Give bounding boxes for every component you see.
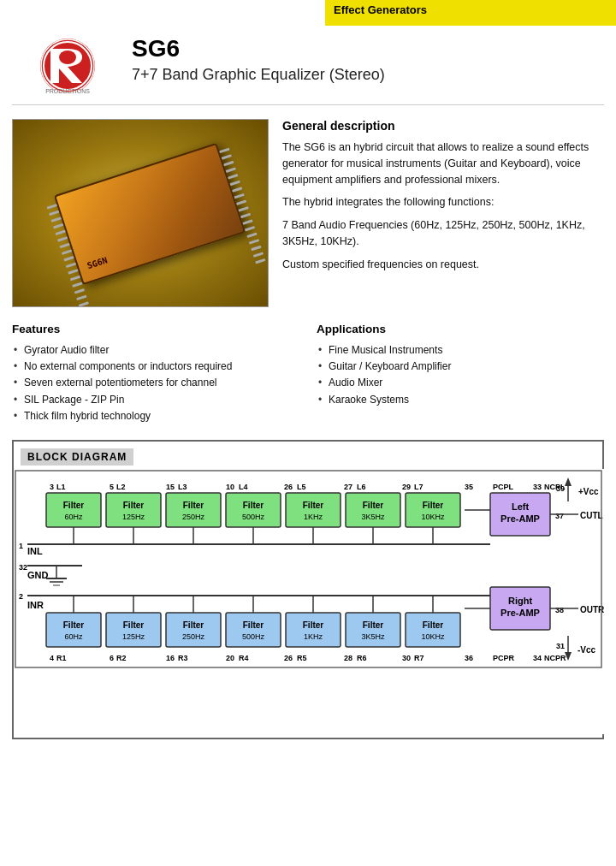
app-item: Fine Musical Instruments <box>317 342 604 359</box>
svg-text:Filter: Filter <box>123 620 145 630</box>
main-content: SG6N General description The SG6 is an h… <box>0 110 616 316</box>
svg-text:10: 10 <box>226 483 234 491</box>
svg-text:3K5Hz: 3K5Hz <box>361 513 385 521</box>
svg-text:L5: L5 <box>297 483 306 491</box>
features-col: Features Gyrator Audio filter No externa… <box>12 323 299 424</box>
svg-text:L4: L4 <box>239 483 248 491</box>
svg-text:L7: L7 <box>414 483 424 491</box>
feature-item: Thick film hybrid technology <box>12 408 299 424</box>
applications-title: Applications <box>317 323 604 335</box>
svg-text:Filter: Filter <box>63 501 85 510</box>
page: Effect Generators PRODUCTIONS SG6 7+7 Ba… <box>0 0 616 866</box>
svg-text:+Vcc: +Vcc <box>578 487 599 496</box>
svg-rect-39 <box>346 493 400 527</box>
svg-rect-94 <box>46 613 101 647</box>
svg-rect-97 <box>106 613 161 647</box>
svg-text:5: 5 <box>110 483 114 491</box>
svg-text:Filter: Filter <box>63 620 85 630</box>
svg-text:39: 39 <box>556 484 565 493</box>
svg-rect-100 <box>166 613 221 647</box>
svg-point-2 <box>59 50 76 64</box>
svg-text:125Hz: 125Hz <box>122 513 145 521</box>
svg-text:R4: R4 <box>239 654 249 662</box>
svg-text:20: 20 <box>226 654 234 662</box>
product-name: SG6 <box>132 36 604 62</box>
svg-text:4: 4 <box>50 654 54 662</box>
app-item: Audio Mixer <box>317 375 604 391</box>
svg-text:30: 30 <box>402 654 411 662</box>
svg-text:3: 3 <box>50 483 54 491</box>
chip-img-inner: SG6N <box>13 120 268 306</box>
desc-para-2: The hybrid integrates the following func… <box>282 194 604 211</box>
product-subtitle: 7+7 Band Graphic Equalizer (Stereo) <box>132 66 604 84</box>
svg-rect-106 <box>286 613 341 647</box>
svg-text:Filter: Filter <box>303 620 324 630</box>
features-title: Features <box>12 323 299 335</box>
block-diagram-svg: 3 L1 5 L2 15 L3 10 L4 26 L5 27 L6 29 L7 … <box>14 469 604 734</box>
svg-text:Filter: Filter <box>123 501 145 510</box>
svg-text:L1: L1 <box>56 483 66 491</box>
svg-text:PCPR: PCPR <box>493 654 515 662</box>
desc-para-1: The SG6 is an hybrid circuit that allows… <box>282 139 604 187</box>
svg-text:26: 26 <box>284 654 293 662</box>
svg-text:35: 35 <box>465 483 473 491</box>
svg-text:3K5Hz: 3K5Hz <box>361 632 385 641</box>
svg-rect-33 <box>226 493 281 527</box>
svg-text:33: 33 <box>533 483 542 491</box>
category-label: Effect Generators <box>334 3 427 16</box>
desc-para-4: Custom specified frequencies on request. <box>282 257 604 273</box>
svg-rect-24 <box>46 493 101 527</box>
svg-text:15: 15 <box>166 483 175 491</box>
svg-text:Pre-AMP: Pre-AMP <box>500 608 540 618</box>
divider <box>12 104 604 105</box>
svg-rect-27 <box>106 493 161 527</box>
svg-text:PCPL: PCPL <box>493 483 514 491</box>
svg-text:27: 27 <box>344 483 352 491</box>
app-item: Guitar / Keyboard Amplifier <box>317 359 604 375</box>
svg-text:Filter: Filter <box>243 501 264 510</box>
svg-text:28: 28 <box>344 654 352 662</box>
svg-text:125Hz: 125Hz <box>122 632 145 641</box>
svg-text:Filter: Filter <box>363 501 384 510</box>
svg-text:36: 36 <box>465 654 473 662</box>
app-item: Karaoke Systems <box>317 392 604 408</box>
svg-rect-109 <box>346 613 400 647</box>
svg-text:Left: Left <box>512 501 530 512</box>
company-logo: PRODUCTIONS <box>29 36 106 96</box>
svg-text:Filter: Filter <box>183 620 204 630</box>
svg-text:Pre-AMP: Pre-AMP <box>500 513 540 524</box>
block-diagram-title: BLOCK DIAGRAM <box>21 448 133 466</box>
svg-text:R5: R5 <box>297 654 307 662</box>
chip-image: SG6N <box>12 119 269 307</box>
svg-text:R3: R3 <box>178 654 188 662</box>
category-bar: Effect Generators <box>325 0 616 26</box>
svg-text:Filter: Filter <box>303 501 324 510</box>
svg-rect-103 <box>226 613 281 647</box>
svg-text:34: 34 <box>533 654 542 662</box>
svg-text:NCPR: NCPR <box>544 654 566 662</box>
feature-item: Seven external potentiometers for channe… <box>12 375 299 391</box>
svg-text:500Hz: 500Hz <box>242 513 265 521</box>
feature-item: Gyrator Audio filter <box>12 342 299 359</box>
header-section: PRODUCTIONS SG6 7+7 Band Graphic Equaliz… <box>0 26 616 99</box>
svg-text:2: 2 <box>19 592 23 601</box>
desc-para-3: 7 Band Audio Frequencies (60Hz, 125Hz, 2… <box>282 217 604 250</box>
svg-text:Filter: Filter <box>363 620 384 630</box>
applications-list: Fine Musical Instruments Guitar / Keyboa… <box>317 342 604 408</box>
svg-text:PRODUCTIONS: PRODUCTIONS <box>45 88 90 94</box>
svg-text:Filter: Filter <box>423 620 444 630</box>
svg-text:R1: R1 <box>56 654 67 662</box>
svg-text:60Hz: 60Hz <box>64 632 83 641</box>
svg-text:R2: R2 <box>116 654 127 662</box>
feature-item: SIL Package - ZIP Pin <box>12 392 299 408</box>
svg-text:1: 1 <box>19 542 23 550</box>
logo-area: PRODUCTIONS <box>12 33 123 96</box>
svg-text:L3: L3 <box>178 483 187 491</box>
svg-rect-36 <box>286 493 341 527</box>
svg-rect-112 <box>406 613 460 647</box>
svg-rect-42 <box>406 493 460 527</box>
svg-text:1KHz: 1KHz <box>304 513 323 521</box>
svg-text:31: 31 <box>556 642 565 650</box>
features-apps-section: Features Gyrator Audio filter No externa… <box>0 316 616 431</box>
svg-text:R6: R6 <box>357 654 367 662</box>
